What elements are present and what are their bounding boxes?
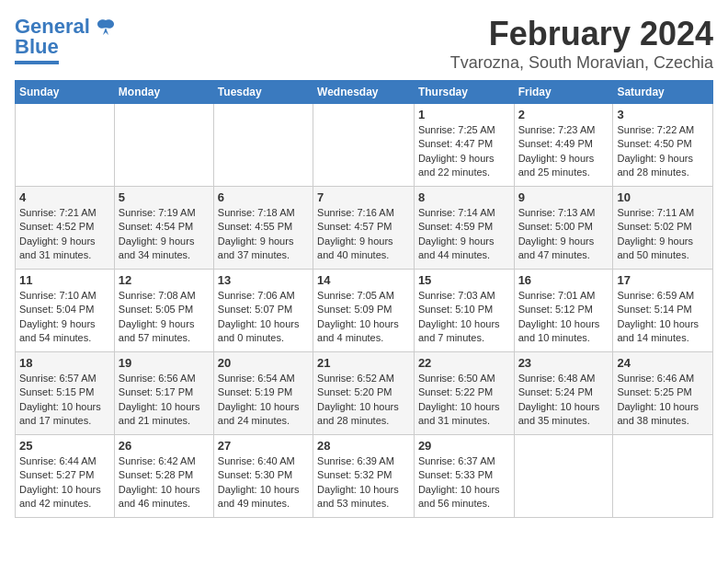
- calendar-title: February 2024: [450, 15, 713, 53]
- day-info: Sunrise: 6:42 AM Sunset: 5:28 PM Dayligh…: [119, 454, 210, 511]
- calendar-cell: 19Sunrise: 6:56 AM Sunset: 5:17 PM Dayli…: [114, 352, 213, 435]
- header-monday: Monday: [114, 81, 213, 104]
- calendar-cell: [16, 104, 115, 187]
- page-header: General Blue February 2024 Tvarozna, Sou…: [15, 15, 713, 73]
- day-info: Sunrise: 7:19 AM Sunset: 4:54 PM Dayligh…: [119, 206, 210, 263]
- day-info: Sunrise: 6:39 AM Sunset: 5:32 PM Dayligh…: [317, 454, 410, 511]
- calendar-cell: 12Sunrise: 7:08 AM Sunset: 5:05 PM Dayli…: [114, 270, 213, 352]
- header-wednesday: Wednesday: [313, 81, 415, 104]
- calendar-cell: 15Sunrise: 7:03 AM Sunset: 5:10 PM Dayli…: [414, 270, 514, 352]
- calendar-cell: 4Sunrise: 7:21 AM Sunset: 4:52 PM Daylig…: [16, 187, 115, 270]
- day-number: 25: [19, 439, 110, 453]
- calendar-cell: 16Sunrise: 7:01 AM Sunset: 5:12 PM Dayli…: [514, 270, 613, 352]
- day-number: 27: [218, 439, 309, 453]
- day-info: Sunrise: 6:59 AM Sunset: 5:14 PM Dayligh…: [617, 289, 709, 346]
- calendar-cell: 29Sunrise: 6:37 AM Sunset: 5:33 PM Dayli…: [414, 435, 514, 518]
- calendar-cell: 6Sunrise: 7:18 AM Sunset: 4:55 PM Daylig…: [213, 187, 313, 270]
- day-number: 7: [317, 190, 410, 204]
- day-number: 2: [518, 108, 609, 121]
- day-info: Sunrise: 6:44 AM Sunset: 5:27 PM Dayligh…: [19, 454, 110, 511]
- day-info: Sunrise: 6:48 AM Sunset: 5:24 PM Dayligh…: [518, 372, 609, 429]
- day-number: 8: [418, 190, 510, 204]
- day-number: 18: [19, 356, 110, 370]
- day-number: 23: [518, 356, 609, 370]
- logo-bird-icon: [96, 18, 116, 37]
- day-number: 15: [418, 273, 510, 287]
- header-thursday: Thursday: [414, 81, 514, 104]
- day-number: 4: [19, 190, 110, 204]
- calendar-cell: 26Sunrise: 6:42 AM Sunset: 5:28 PM Dayli…: [114, 435, 213, 518]
- title-block: February 2024 Tvarozna, South Moravian, …: [450, 15, 713, 73]
- day-info: Sunrise: 7:25 AM Sunset: 4:47 PM Dayligh…: [418, 123, 510, 180]
- day-info: Sunrise: 7:01 AM Sunset: 5:12 PM Dayligh…: [518, 289, 609, 346]
- day-number: 11: [19, 273, 110, 287]
- week-row-4: 25Sunrise: 6:44 AM Sunset: 5:27 PM Dayli…: [16, 435, 713, 518]
- week-row-1: 4Sunrise: 7:21 AM Sunset: 4:52 PM Daylig…: [16, 187, 713, 270]
- day-info: Sunrise: 6:56 AM Sunset: 5:17 PM Dayligh…: [119, 372, 210, 429]
- calendar-cell: 25Sunrise: 6:44 AM Sunset: 5:27 PM Dayli…: [16, 435, 115, 518]
- calendar-cell: [313, 104, 415, 187]
- day-number: 22: [418, 356, 510, 370]
- calendar-cell: 27Sunrise: 6:40 AM Sunset: 5:30 PM Dayli…: [213, 435, 313, 518]
- logo: General Blue: [15, 15, 116, 64]
- logo-underline: [15, 61, 59, 64]
- day-info: Sunrise: 6:50 AM Sunset: 5:22 PM Dayligh…: [418, 372, 510, 429]
- day-number: 24: [617, 356, 709, 370]
- calendar-cell: [114, 104, 213, 187]
- calendar-cell: 22Sunrise: 6:50 AM Sunset: 5:22 PM Dayli…: [414, 352, 514, 435]
- day-number: 28: [317, 439, 410, 453]
- calendar-cell: [213, 104, 313, 187]
- calendar-cell: 21Sunrise: 6:52 AM Sunset: 5:20 PM Dayli…: [313, 352, 415, 435]
- day-number: 19: [119, 356, 210, 370]
- day-number: 12: [119, 273, 210, 287]
- calendar-cell: 2Sunrise: 7:23 AM Sunset: 4:49 PM Daylig…: [514, 104, 613, 187]
- day-info: Sunrise: 7:06 AM Sunset: 5:07 PM Dayligh…: [218, 289, 309, 346]
- calendar-table: SundayMondayTuesdayWednesdayThursdayFrid…: [15, 80, 713, 518]
- header-sunday: Sunday: [16, 81, 115, 104]
- day-info: Sunrise: 6:40 AM Sunset: 5:30 PM Dayligh…: [218, 454, 309, 511]
- calendar-cell: [514, 435, 613, 518]
- calendar-cell: 13Sunrise: 7:06 AM Sunset: 5:07 PM Dayli…: [213, 270, 313, 352]
- day-info: Sunrise: 7:23 AM Sunset: 4:49 PM Dayligh…: [518, 123, 609, 180]
- week-row-3: 18Sunrise: 6:57 AM Sunset: 5:15 PM Dayli…: [16, 352, 713, 435]
- day-info: Sunrise: 7:03 AM Sunset: 5:10 PM Dayligh…: [418, 289, 510, 346]
- day-number: 3: [617, 108, 709, 121]
- calendar-cell: 1Sunrise: 7:25 AM Sunset: 4:47 PM Daylig…: [414, 104, 514, 187]
- day-number: 17: [617, 273, 709, 287]
- day-number: 1: [418, 108, 510, 121]
- day-number: 20: [218, 356, 309, 370]
- calendar-cell: 8Sunrise: 7:14 AM Sunset: 4:59 PM Daylig…: [414, 187, 514, 270]
- calendar-cell: [613, 435, 713, 518]
- calendar-cell: 14Sunrise: 7:05 AM Sunset: 5:09 PM Dayli…: [313, 270, 415, 352]
- calendar-cell: 5Sunrise: 7:19 AM Sunset: 4:54 PM Daylig…: [114, 187, 213, 270]
- day-number: 10: [617, 190, 709, 204]
- header-friday: Friday: [514, 81, 613, 104]
- day-info: Sunrise: 7:18 AM Sunset: 4:55 PM Dayligh…: [218, 206, 309, 263]
- logo-blue-label: Blue: [15, 35, 59, 59]
- day-number: 26: [119, 439, 210, 453]
- week-row-2: 11Sunrise: 7:10 AM Sunset: 5:04 PM Dayli…: [16, 270, 713, 352]
- day-info: Sunrise: 6:54 AM Sunset: 5:19 PM Dayligh…: [218, 372, 309, 429]
- day-info: Sunrise: 7:08 AM Sunset: 5:05 PM Dayligh…: [119, 289, 210, 346]
- day-info: Sunrise: 7:21 AM Sunset: 4:52 PM Dayligh…: [19, 206, 110, 263]
- header-saturday: Saturday: [613, 81, 713, 104]
- header-tuesday: Tuesday: [213, 81, 313, 104]
- day-info: Sunrise: 6:52 AM Sunset: 5:20 PM Dayligh…: [317, 372, 410, 429]
- day-info: Sunrise: 6:37 AM Sunset: 5:33 PM Dayligh…: [418, 454, 510, 511]
- calendar-cell: 3Sunrise: 7:22 AM Sunset: 4:50 PM Daylig…: [613, 104, 713, 187]
- calendar-cell: 18Sunrise: 6:57 AM Sunset: 5:15 PM Dayli…: [16, 352, 115, 435]
- header-row: SundayMondayTuesdayWednesdayThursdayFrid…: [16, 81, 713, 104]
- day-info: Sunrise: 7:13 AM Sunset: 5:00 PM Dayligh…: [518, 206, 609, 263]
- calendar-cell: 20Sunrise: 6:54 AM Sunset: 5:19 PM Dayli…: [213, 352, 313, 435]
- day-info: Sunrise: 7:22 AM Sunset: 4:50 PM Dayligh…: [617, 123, 709, 180]
- day-number: 16: [518, 273, 609, 287]
- calendar-cell: 24Sunrise: 6:46 AM Sunset: 5:25 PM Dayli…: [613, 352, 713, 435]
- week-row-0: 1Sunrise: 7:25 AM Sunset: 4:47 PM Daylig…: [16, 104, 713, 187]
- calendar-cell: 10Sunrise: 7:11 AM Sunset: 5:02 PM Dayli…: [613, 187, 713, 270]
- day-info: Sunrise: 7:05 AM Sunset: 5:09 PM Dayligh…: [317, 289, 410, 346]
- day-info: Sunrise: 7:10 AM Sunset: 5:04 PM Dayligh…: [19, 289, 110, 346]
- calendar-cell: 7Sunrise: 7:16 AM Sunset: 4:57 PM Daylig…: [313, 187, 415, 270]
- calendar-cell: 28Sunrise: 6:39 AM Sunset: 5:32 PM Dayli…: [313, 435, 415, 518]
- day-info: Sunrise: 7:16 AM Sunset: 4:57 PM Dayligh…: [317, 206, 410, 263]
- calendar-cell: 9Sunrise: 7:13 AM Sunset: 5:00 PM Daylig…: [514, 187, 613, 270]
